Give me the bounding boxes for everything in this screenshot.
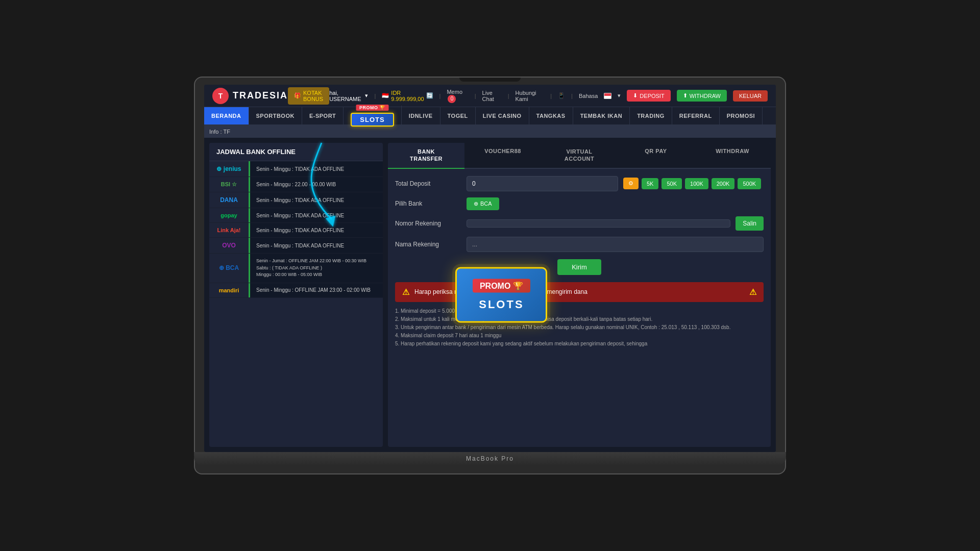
bank-schedule-panel: JADWAL BANK OFFLINE ⊕ jenius Senin - Min… bbox=[209, 143, 383, 447]
amount-5k-btn[interactable]: 5K bbox=[642, 178, 658, 189]
refresh-icon[interactable]: 🔄 bbox=[426, 92, 433, 99]
withdraw-button[interactable]: ⬆ WITHDRAW bbox=[677, 90, 727, 102]
nav-item-togel[interactable]: TOGEL bbox=[440, 107, 476, 124]
slots-nav-label[interactable]: SLOTS bbox=[351, 113, 394, 127]
bank-row-bca: ⊕ BCA Senin - Jumat : OFFLINE JAM 22:00 … bbox=[209, 254, 383, 283]
flag-icon: 🇮🇩 bbox=[382, 92, 389, 99]
bank-schedule-title: JADWAL BANK OFFLINE bbox=[209, 143, 383, 161]
amount-buttons-row: ⚙ 5K 50K 100K 200K 500K bbox=[623, 178, 764, 189]
bank-row-bsi: BSI ☆ Senin - Minggu : 22.00 - 00.00 WIB bbox=[209, 177, 383, 192]
promo-nav-badge: PROMO 🏆 bbox=[356, 105, 388, 111]
gopay-schedule: Senin - Minggu : TIDAK ADA OFFLINE bbox=[250, 208, 383, 222]
nav-item-tembakikan[interactable]: TEMBAK IKAN bbox=[573, 107, 630, 124]
logo-area: T TRADESIA bbox=[212, 88, 288, 104]
mandiri-logo: mandiri bbox=[219, 287, 239, 293]
bahasa-label: Bahasa bbox=[579, 93, 598, 99]
macbook-base: MacBook Pro bbox=[194, 452, 786, 465]
nav-item-idnlive[interactable]: IDNLIVE bbox=[402, 107, 440, 124]
bank-row-linkaja: Link Aja! Senin - Minggu : TIDAK ADA OFF… bbox=[209, 223, 383, 238]
logo-icon: T bbox=[212, 88, 229, 104]
phone-icon: 📱 bbox=[558, 92, 565, 99]
chest-icon: 🎁 bbox=[294, 92, 301, 99]
amount-gear-btn[interactable]: ⚙ bbox=[623, 178, 639, 189]
salin-button[interactable]: Salin bbox=[736, 216, 764, 231]
macbook-frame: T TRADESIA 🎁 KOTAK BONUS hai, USERNAME ▾… bbox=[194, 77, 786, 474]
bca-bank-option[interactable]: ⊕ BCA bbox=[467, 197, 499, 210]
live-chat-link[interactable]: Live Chat bbox=[482, 90, 502, 102]
nomor-rekening-row: Nomor Rekening Salin bbox=[395, 216, 764, 231]
bca-logo: ⊕ BCA bbox=[219, 264, 239, 271]
tab-voucher88[interactable]: VOUCHER88 bbox=[464, 143, 541, 169]
center-promo-slots-label: SLOTS bbox=[472, 298, 530, 311]
logo-text: TRADESIA bbox=[233, 90, 288, 101]
nav-item-referral[interactable]: REFERRAL bbox=[672, 107, 720, 124]
nama-rekening-row: Nama Rekening ... bbox=[395, 237, 764, 252]
deposit-tabs: BANKTRANSFER VOUCHER88 VIRTUALACCOUNT QR… bbox=[388, 143, 771, 169]
warning-bar: ⚠ Harap periksa rekening bank aktif kami… bbox=[395, 282, 764, 302]
bank-row-ovo: OVO Senin - Minggu : TIDAK ADA OFFLINE bbox=[209, 238, 383, 254]
nav-item-slots[interactable]: PROMO 🏆 SLOTS bbox=[344, 106, 401, 127]
tab-withdraw[interactable]: WITHDRAW bbox=[694, 143, 771, 169]
top-header: T TRADESIA 🎁 KOTAK BONUS hai, USERNAME ▾… bbox=[204, 85, 776, 107]
linkaja-logo: Link Aja! bbox=[217, 227, 240, 233]
ovo-logo: OVO bbox=[222, 242, 236, 249]
kirim-button[interactable]: Kirim bbox=[557, 259, 601, 275]
center-promo-popup[interactable]: PROMO 🏆 SLOTS bbox=[455, 267, 547, 323]
bank-select-area: ⊕ BCA bbox=[467, 197, 764, 210]
browser-window: T TRADESIA 🎁 KOTAK BONUS hai, USERNAME ▾… bbox=[204, 85, 776, 452]
jenius-logo: ⊕ jenius bbox=[216, 165, 241, 172]
nav-item-trading[interactable]: TRADING bbox=[630, 107, 672, 124]
bahasa-dropdown-icon[interactable]: ▾ bbox=[618, 92, 621, 99]
info-item-5: 5. Harap perhatikan rekening deposit kam… bbox=[395, 340, 764, 348]
info-item-2: 2. Maksimal untuk 1 kali melakukan depos… bbox=[395, 315, 764, 323]
memo-area: Memo 0 bbox=[447, 89, 468, 103]
keluar-button[interactable]: KELUAR bbox=[733, 90, 768, 102]
total-deposit-input[interactable] bbox=[467, 176, 618, 191]
tab-bank-transfer[interactable]: BANKTRANSFER bbox=[388, 143, 464, 169]
kotak-bonus-button[interactable]: 🎁 KOTAK BONUS bbox=[288, 87, 329, 105]
flag-indonesia bbox=[604, 93, 611, 99]
nama-rekening-display: ... bbox=[467, 237, 764, 252]
bank-row-jenius: ⊕ jenius Senin - Minggu : TIDAK ADA OFFL… bbox=[209, 161, 383, 177]
hubungi-link[interactable]: Hubungi Kami bbox=[516, 90, 545, 102]
dana-schedule: Senin - Minggu : TIDAK ADA OFFLINE bbox=[250, 192, 383, 208]
header-right: hai, USERNAME ▾ | 🇮🇩 IDR 9.999.999,00 🔄 … bbox=[329, 89, 768, 103]
nav-slots-wrapper: PROMO 🏆 SLOTS bbox=[344, 106, 401, 127]
nav-item-esport[interactable]: E-SPORT bbox=[302, 107, 344, 124]
dropdown-icon[interactable]: ▾ bbox=[365, 92, 368, 99]
nav-item-beranda[interactable]: BERANDA bbox=[204, 107, 249, 124]
nav-item-livecasino[interactable]: LIVE CASINO bbox=[476, 107, 529, 124]
bca-schedule: Senin - Jumat : OFFLINE JAM 22:00 WIB - … bbox=[250, 254, 383, 283]
bank-row-mandiri: mandiri Senin - Minggu : OFFLINE JAM 23:… bbox=[209, 283, 383, 298]
deposit-panel: BANKTRANSFER VOUCHER88 VIRTUALACCOUNT QR… bbox=[388, 143, 771, 447]
nav-item-promosi[interactable]: PROMOSI bbox=[720, 107, 763, 124]
withdraw-icon: ⬆ bbox=[683, 92, 688, 99]
deposit-button[interactable]: ⬇ DEPOSIT bbox=[627, 90, 670, 102]
pilih-bank-label: Pilih Bank bbox=[395, 200, 461, 207]
amount-100k-btn[interactable]: 100K bbox=[685, 178, 708, 189]
center-promo-badge: PROMO 🏆 bbox=[473, 279, 530, 293]
macbook-notch bbox=[459, 78, 521, 82]
gopay-logo: gopay bbox=[220, 212, 237, 218]
amount-200k-btn[interactable]: 200K bbox=[712, 178, 735, 189]
dana-logo: DANA bbox=[220, 196, 238, 204]
deposit-icon: ⬇ bbox=[633, 92, 638, 99]
tab-qr-pay[interactable]: QR PAY bbox=[618, 143, 694, 169]
info-item-3: 3. Untuk pengiriman antar bank / pengiri… bbox=[395, 323, 764, 332]
nama-rekening-label: Nama Rekening bbox=[395, 241, 461, 248]
amount-500k-btn[interactable]: 500K bbox=[738, 178, 761, 189]
info-list: 1. Minimal deposit = 5.000 IDR 2. Maksim… bbox=[388, 302, 771, 353]
info-item-1: 1. Minimal deposit = 5.000 IDR bbox=[395, 307, 764, 315]
amount-50k-btn[interactable]: 50K bbox=[662, 178, 682, 189]
nav-bar: BERANDA SPORTBOOK E-SPORT PROMO 🏆 SLOTS … bbox=[204, 107, 776, 126]
pilih-bank-row: Pilih Bank ⊕ BCA bbox=[395, 197, 764, 210]
main-content: JADWAL BANK OFFLINE ⊕ jenius Senin - Min… bbox=[204, 138, 776, 452]
tab-virtual-account[interactable]: VIRTUALACCOUNT bbox=[541, 143, 618, 169]
nav-item-sportbook[interactable]: SPORTBOOK bbox=[249, 107, 302, 124]
nav-item-tangkas[interactable]: TANGKAS bbox=[529, 107, 573, 124]
ovo-schedule: Senin - Minggu : TIDAK ADA OFFLINE bbox=[250, 238, 383, 253]
bsi-logo: BSI ☆ bbox=[221, 181, 237, 188]
linkaja-schedule: Senin - Minggu : TIDAK ADA OFFLINE bbox=[250, 223, 383, 237]
deposit-form: Total Deposit ⚙ 5K 50K 100K 200K 500K bbox=[388, 169, 771, 282]
memo-badge: 0 bbox=[448, 95, 456, 103]
